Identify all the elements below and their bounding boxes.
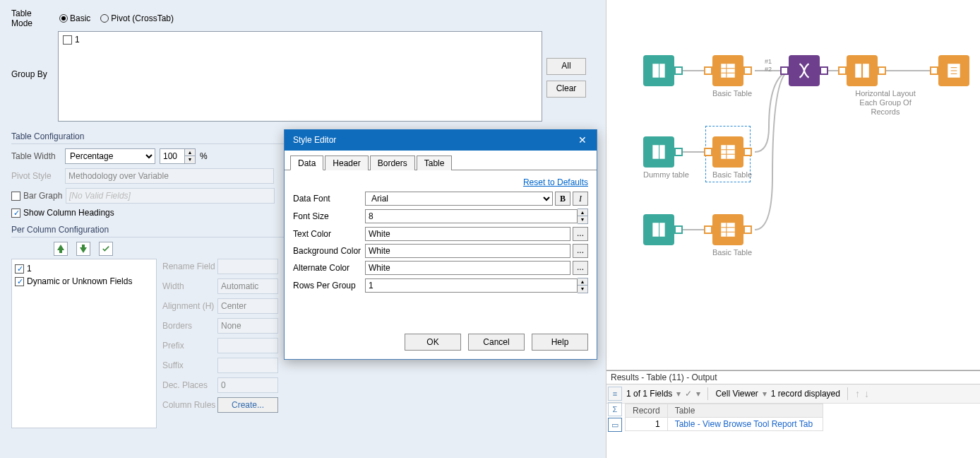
field-list[interactable]: 1 Dynamic or Unknown Fields bbox=[11, 259, 157, 428]
create-button[interactable]: Create... bbox=[217, 397, 278, 413]
groupby-item-label: 1 bbox=[75, 35, 80, 45]
rename-field-input bbox=[217, 259, 278, 274]
dialog-title: Style Editor bbox=[293, 135, 336, 145]
text-color-input[interactable] bbox=[365, 227, 570, 241]
rows-per-group-spinner[interactable]: ▲▼ bbox=[578, 278, 588, 293]
tool-layout[interactable] bbox=[847, 55, 878, 86]
next-arrow-icon[interactable]: ↓ bbox=[864, 388, 869, 399]
tool-basic-table-2-label: Basic Table bbox=[712, 170, 752, 180]
alternate-color-browse-button[interactable]: ... bbox=[573, 261, 588, 275]
prefix-input bbox=[217, 338, 278, 353]
show-column-headings-checkbox[interactable] bbox=[11, 209, 20, 218]
bar-graph-checkbox[interactable] bbox=[11, 192, 20, 201]
data-font-select[interactable]: Arial bbox=[365, 192, 553, 206]
borders-label: Borders bbox=[162, 321, 217, 331]
cell-viewer-label[interactable]: Cell Viewer bbox=[715, 389, 758, 399]
tab-borders[interactable]: Borders bbox=[370, 155, 415, 170]
field-item-1-checkbox[interactable] bbox=[15, 264, 24, 274]
alternate-color-label: Alternate Color bbox=[293, 263, 365, 273]
prev-arrow-icon[interactable]: ↑ bbox=[855, 388, 860, 399]
table-width-spinner[interactable]: ▲▼ bbox=[185, 148, 196, 164]
svg-rect-6 bbox=[721, 64, 735, 78]
groupby-item-checkbox[interactable] bbox=[63, 35, 72, 45]
results-view-icon-1[interactable]: ≡ bbox=[608, 387, 622, 401]
borders-select: None bbox=[217, 318, 278, 334]
rows-per-group-input[interactable] bbox=[365, 278, 578, 293]
svg-rect-10 bbox=[855, 64, 861, 78]
results-table[interactable]: Record Table 1 Table - View Browse Tool … bbox=[625, 404, 823, 431]
italic-button[interactable]: I bbox=[573, 192, 588, 206]
anchor-hash2: #2 bbox=[765, 66, 772, 73]
group-by-label: Group By bbox=[11, 69, 47, 79]
text-color-browse-button[interactable]: ... bbox=[573, 227, 588, 241]
tool-basic-table-1[interactable] bbox=[712, 55, 743, 86]
radio-pivot[interactable] bbox=[100, 14, 109, 23]
font-size-spinner[interactable]: ▲▼ bbox=[578, 209, 588, 224]
bold-button[interactable]: B bbox=[555, 192, 570, 206]
table-width-select[interactable]: Percentage bbox=[65, 148, 155, 164]
tool-input-1[interactable] bbox=[643, 55, 674, 86]
tool-input-2[interactable] bbox=[643, 136, 674, 168]
col-record[interactable]: Record bbox=[626, 404, 668, 418]
clear-button[interactable]: Clear bbox=[546, 81, 586, 98]
table-width-label: Table Width bbox=[11, 151, 65, 161]
svg-rect-11 bbox=[863, 64, 869, 78]
group-by-list[interactable]: 1 bbox=[58, 31, 542, 122]
font-size-input[interactable] bbox=[365, 209, 578, 223]
col-table[interactable]: Table bbox=[667, 404, 823, 418]
show-column-headings-label: Show Column Headings bbox=[23, 208, 114, 218]
help-button[interactable]: Help bbox=[532, 334, 588, 351]
tool-dna[interactable] bbox=[789, 55, 820, 86]
reset-to-defaults-link[interactable]: Reset to Defaults bbox=[293, 177, 588, 187]
pivot-style-label: Pivot Style bbox=[11, 171, 65, 181]
background-color-browse-button[interactable]: ... bbox=[573, 244, 588, 258]
field-item-1-label: 1 bbox=[27, 264, 32, 274]
prefix-label: Prefix bbox=[162, 341, 217, 351]
check-icon[interactable]: ✓ bbox=[685, 389, 692, 399]
svg-rect-20 bbox=[721, 223, 735, 237]
move-down-button[interactable] bbox=[76, 242, 90, 256]
tool-input-3[interactable] bbox=[643, 214, 674, 245]
dec-places-label: Dec. Places bbox=[162, 380, 217, 390]
cell-record-1: 1 bbox=[626, 418, 668, 431]
tool-output[interactable] bbox=[938, 55, 969, 86]
records-displayed: 1 record displayed bbox=[771, 389, 840, 399]
move-up-button[interactable] bbox=[54, 242, 68, 256]
workflow-canvas[interactable]: #1 #2 Basic Table Horizontal Layout Each… bbox=[606, 0, 980, 370]
rename-field-label: Rename Field bbox=[162, 262, 217, 271]
background-color-input[interactable] bbox=[365, 244, 570, 258]
svg-rect-16 bbox=[721, 145, 735, 159]
rows-per-group-label: Rows Per Group bbox=[293, 281, 365, 290]
suffix-label: Suffix bbox=[162, 360, 217, 370]
fields-count[interactable]: 1 of 1 Fields bbox=[626, 389, 672, 399]
cancel-button[interactable]: Cancel bbox=[468, 334, 525, 351]
results-header: Results - Table (11) - Output bbox=[606, 371, 980, 384]
tab-table[interactable]: Table bbox=[417, 155, 453, 170]
alignment-label: Alignment (H) bbox=[162, 301, 217, 311]
ok-button[interactable]: OK bbox=[405, 334, 461, 351]
suffix-input bbox=[217, 358, 278, 373]
field-item-dynamic-checkbox[interactable] bbox=[15, 277, 24, 286]
tool-basic-table-2[interactable] bbox=[712, 136, 743, 168]
tab-header[interactable]: Header bbox=[325, 155, 368, 170]
data-font-label: Data Font bbox=[293, 194, 365, 204]
cell-table-1[interactable]: Table - View Browse Tool Report Tab bbox=[667, 418, 823, 431]
dec-places-input: 0 bbox=[217, 377, 278, 393]
close-icon[interactable]: ✕ bbox=[574, 133, 591, 147]
bar-graph-label: Bar Graph bbox=[23, 191, 66, 201]
table-width-input[interactable] bbox=[160, 148, 185, 164]
all-button[interactable]: All bbox=[546, 58, 586, 75]
tab-data[interactable]: Data bbox=[290, 155, 323, 170]
alternate-color-input[interactable] bbox=[365, 261, 570, 275]
tool-layout-label: Horizontal Layout Each Group Of Records bbox=[847, 89, 924, 117]
field-item-dynamic-label: Dynamic or Unknown Fields bbox=[27, 276, 132, 286]
font-size-label: Font Size bbox=[293, 211, 365, 221]
pivot-style-value: Methodology over Variable bbox=[65, 168, 274, 184]
radio-basic[interactable] bbox=[59, 14, 68, 23]
tool-basic-table-3[interactable] bbox=[712, 214, 743, 245]
width-select: Automatic bbox=[217, 278, 278, 294]
table-row[interactable]: 1 Table - View Browse Tool Report Tab bbox=[626, 418, 823, 431]
tool-basic-table-1-label: Basic Table bbox=[712, 89, 752, 98]
apply-button[interactable] bbox=[99, 242, 113, 256]
background-color-label: Background Color bbox=[293, 246, 365, 256]
